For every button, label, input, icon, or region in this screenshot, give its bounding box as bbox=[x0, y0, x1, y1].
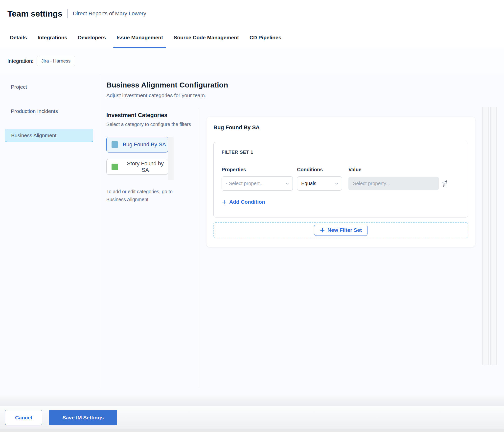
plus-icon bbox=[222, 199, 227, 205]
category-list-scrollbar[interactable] bbox=[168, 137, 174, 180]
conditions-select[interactable]: Equals bbox=[297, 176, 342, 191]
pre-footer-band bbox=[0, 395, 504, 406]
new-filter-set-dropzone: New Filter Set bbox=[213, 222, 468, 238]
outer-scrollbar[interactable] bbox=[482, 107, 489, 365]
tab-developers[interactable]: Developers bbox=[78, 27, 106, 48]
chevron-down-icon bbox=[285, 181, 290, 186]
categories-title: Investment Categories bbox=[106, 112, 199, 119]
trash-icon bbox=[441, 179, 449, 188]
save-im-settings-button[interactable]: Save IM Settings bbox=[49, 410, 117, 425]
properties-select-placeholder: - Select propert... bbox=[226, 181, 264, 186]
settings-sidenav: Project Production Incidents Business Al… bbox=[0, 74, 99, 388]
conditions-select-value: Equals bbox=[301, 181, 316, 186]
filter-config-panel: Bug Found By SA FILTER SET 1 Properties … bbox=[199, 108, 504, 388]
sidenav-item-business-alignment[interactable]: Business Alignment bbox=[5, 129, 93, 142]
panel-scrollbars bbox=[482, 107, 497, 365]
inner-scrollbar[interactable] bbox=[490, 107, 497, 365]
integration-row: Integration: Jira - Harness bbox=[0, 48, 504, 74]
category-filter-card: Bug Found By SA FILTER SET 1 Properties … bbox=[206, 117, 475, 247]
delete-condition-button[interactable] bbox=[441, 179, 449, 188]
category-label: Bug Found By SA bbox=[123, 141, 166, 148]
category-story-found-by-sa[interactable]: Story Found by SA bbox=[106, 159, 168, 175]
sidenav-item-project[interactable]: Project bbox=[5, 80, 93, 94]
category-color-swatch-green bbox=[112, 164, 118, 170]
page-title: Team settings bbox=[7, 9, 62, 19]
tab-integrations[interactable]: Integrations bbox=[38, 27, 67, 48]
category-label: Story Found by SA bbox=[123, 160, 168, 173]
sidenav-item-production-incidents[interactable]: Production Incidents bbox=[5, 105, 93, 118]
plus-icon bbox=[320, 228, 325, 233]
category-list: Bug Found By SA Story Found by SA bbox=[106, 137, 199, 175]
category-color-swatch-blue bbox=[112, 141, 118, 148]
filter-card-title: Bug Found By SA bbox=[213, 124, 468, 131]
filter-set-1: FILTER SET 1 Properties Conditions Value… bbox=[213, 142, 468, 217]
tab-bar: Details Integrations Developers Issue Ma… bbox=[0, 27, 504, 48]
title-bar: Team settings Direct Reports of Mary Low… bbox=[0, 0, 504, 27]
investment-categories-panel: Investment Categories Select a category … bbox=[99, 108, 199, 388]
tab-details[interactable]: Details bbox=[10, 27, 27, 48]
tab-source-code-management[interactable]: Source Code Management bbox=[174, 27, 239, 48]
integration-chip[interactable]: Jira - Harness bbox=[37, 56, 75, 66]
value-input[interactable] bbox=[348, 177, 439, 190]
section-subtitle: Adjust investment categories for your te… bbox=[106, 92, 504, 98]
column-header-conditions: Conditions bbox=[297, 167, 348, 173]
add-condition-label: Add Condition bbox=[229, 199, 265, 205]
new-filter-set-label: New Filter Set bbox=[327, 227, 362, 233]
new-filter-set-button[interactable]: New Filter Set bbox=[314, 225, 367, 236]
page-subtitle: Direct Reports of Mary Lowery bbox=[73, 10, 146, 17]
team-settings-page: Team settings Direct Reports of Mary Low… bbox=[0, 0, 504, 432]
integration-label: Integration: bbox=[7, 58, 33, 64]
footer-spacer bbox=[0, 388, 504, 395]
categories-footnote: To add or edit categories, go to Busines… bbox=[106, 188, 190, 203]
title-divider bbox=[67, 9, 68, 18]
section-title: Business Alignment Configuration bbox=[106, 81, 504, 89]
tab-issue-management[interactable]: Issue Management bbox=[116, 27, 163, 48]
business-alignment-main: Business Alignment Configuration Adjust … bbox=[99, 74, 504, 388]
categories-help-text: Select a category to configure the filte… bbox=[106, 121, 192, 128]
bottom-strip bbox=[0, 429, 504, 432]
footer-action-bar: Cancel Save IM Settings bbox=[0, 406, 504, 429]
settings-content: Project Production Incidents Business Al… bbox=[0, 74, 504, 388]
tab-cd-pipelines[interactable]: CD Pipelines bbox=[250, 27, 281, 48]
filter-set-label: FILTER SET 1 bbox=[222, 150, 460, 155]
cancel-button[interactable]: Cancel bbox=[5, 410, 42, 425]
chevron-down-icon bbox=[334, 181, 339, 186]
section-header: Business Alignment Configuration Adjust … bbox=[99, 74, 504, 108]
column-header-value: Value bbox=[348, 167, 460, 173]
category-bug-found-by-sa[interactable]: Bug Found By SA bbox=[106, 137, 168, 152]
column-header-properties: Properties bbox=[222, 167, 297, 173]
add-condition-button[interactable]: Add Condition bbox=[222, 199, 265, 205]
properties-select[interactable]: - Select propert... bbox=[222, 176, 293, 191]
